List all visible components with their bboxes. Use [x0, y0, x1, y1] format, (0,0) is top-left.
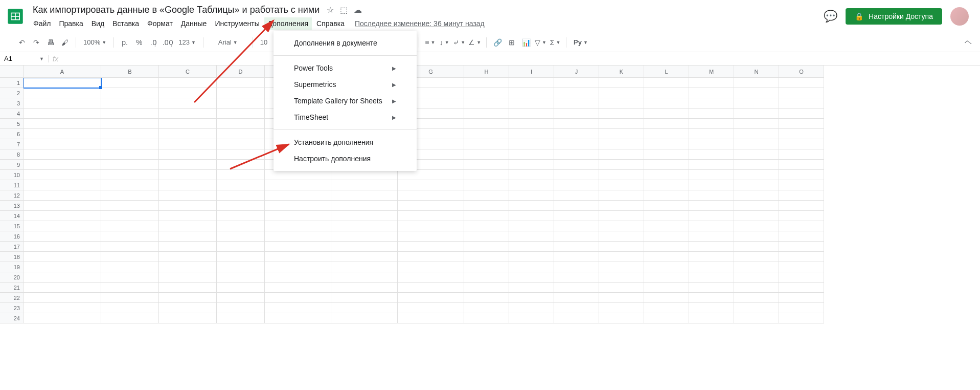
cell[interactable] [599, 272, 644, 283]
cell[interactable] [689, 242, 734, 252]
cell[interactable] [464, 119, 509, 129]
cell[interactable] [159, 211, 217, 221]
cell[interactable] [599, 242, 644, 252]
cell[interactable] [265, 190, 331, 201]
collapse-toolbar-button[interactable]: ヘ [962, 36, 975, 49]
row-header-17[interactable]: 17 [0, 242, 24, 252]
cell[interactable] [331, 293, 398, 303]
col-header-J[interactable]: J [554, 66, 599, 78]
row-header-1[interactable]: 1 [0, 78, 24, 88]
cell[interactable] [159, 149, 217, 160]
cell[interactable] [101, 221, 159, 231]
cell[interactable] [24, 283, 101, 293]
col-header-D[interactable]: D [217, 66, 265, 78]
cell[interactable] [101, 139, 159, 149]
cell[interactable] [554, 78, 599, 88]
cell[interactable] [24, 78, 101, 88]
cell[interactable] [217, 180, 265, 190]
cell[interactable] [689, 149, 734, 160]
cell[interactable] [159, 139, 217, 149]
dropdown-item[interactable]: Настроить дополнения [274, 150, 417, 167]
print-button[interactable]: 🖶 [44, 36, 57, 49]
cell[interactable] [331, 313, 398, 323]
cell[interactable] [101, 262, 159, 272]
cell[interactable] [599, 149, 644, 160]
cell[interactable] [24, 98, 101, 109]
cell[interactable] [509, 221, 554, 231]
row-header-16[interactable]: 16 [0, 231, 24, 242]
cell[interactable] [644, 221, 689, 231]
cell[interactable] [331, 221, 398, 231]
cell[interactable] [101, 129, 159, 139]
dropdown-item[interactable]: Template Gallery for Sheets▶ [274, 93, 417, 109]
cell[interactable] [509, 149, 554, 160]
increase-decimal-button[interactable]: .00̣ [161, 36, 174, 49]
row-header-8[interactable]: 8 [0, 149, 24, 160]
cell[interactable] [159, 160, 217, 170]
cell[interactable] [599, 129, 644, 139]
cell[interactable] [265, 313, 331, 323]
cell[interactable] [464, 211, 509, 221]
cell[interactable] [509, 98, 554, 109]
cell[interactable] [464, 139, 509, 149]
menu-данные[interactable]: Данные [177, 17, 211, 30]
cell[interactable] [464, 149, 509, 160]
cell[interactable] [509, 109, 554, 119]
cell[interactable] [24, 313, 101, 323]
cell[interactable] [554, 242, 599, 252]
undo-button[interactable]: ↶ [15, 36, 29, 49]
cell[interactable] [24, 139, 101, 149]
cell[interactable] [464, 221, 509, 231]
cell[interactable] [265, 293, 331, 303]
comment-button[interactable]: ⊞ [505, 36, 518, 49]
cell[interactable] [398, 170, 464, 180]
cell[interactable] [689, 262, 734, 272]
redo-button[interactable]: ↷ [30, 36, 43, 49]
cell[interactable] [734, 129, 779, 139]
cell[interactable] [599, 313, 644, 323]
cell[interactable] [554, 129, 599, 139]
cell[interactable] [217, 88, 265, 98]
cell[interactable] [689, 180, 734, 190]
cell[interactable] [689, 211, 734, 221]
col-header-K[interactable]: K [599, 66, 644, 78]
cell[interactable] [779, 129, 824, 139]
cell[interactable] [644, 160, 689, 170]
menu-вид[interactable]: Вид [88, 17, 108, 30]
cell[interactable] [599, 252, 644, 262]
cell[interactable] [464, 272, 509, 283]
cell[interactable] [509, 272, 554, 283]
cell[interactable] [217, 160, 265, 170]
cell[interactable] [398, 221, 464, 231]
cell[interactable] [599, 293, 644, 303]
cell[interactable] [509, 252, 554, 262]
cell[interactable] [217, 303, 265, 313]
functions-button[interactable]: Σ▼ [549, 36, 562, 49]
cell[interactable] [24, 201, 101, 211]
cell[interactable] [217, 119, 265, 129]
cell[interactable] [217, 98, 265, 109]
cell[interactable] [734, 170, 779, 180]
cell[interactable] [331, 303, 398, 313]
cell[interactable] [509, 211, 554, 221]
cell[interactable] [159, 252, 217, 262]
spreadsheet-grid[interactable]: ABCDEFGHIJKLMNO 123456789101112131415161… [0, 66, 980, 390]
percent-button[interactable]: % [132, 36, 146, 49]
select-all-corner[interactable] [0, 66, 24, 78]
row-header-18[interactable]: 18 [0, 252, 24, 262]
avatar[interactable] [950, 7, 969, 26]
cell[interactable] [464, 180, 509, 190]
cell[interactable] [265, 221, 331, 231]
cell[interactable] [554, 201, 599, 211]
cell[interactable] [265, 303, 331, 313]
cell[interactable] [554, 139, 599, 149]
cell[interactable] [24, 262, 101, 272]
cell[interactable] [509, 283, 554, 293]
cell[interactable] [398, 190, 464, 201]
row-header-4[interactable]: 4 [0, 109, 24, 119]
cell[interactable] [265, 272, 331, 283]
cell[interactable] [644, 109, 689, 119]
cell[interactable] [217, 242, 265, 252]
cell[interactable] [599, 262, 644, 272]
cell[interactable] [101, 252, 159, 262]
